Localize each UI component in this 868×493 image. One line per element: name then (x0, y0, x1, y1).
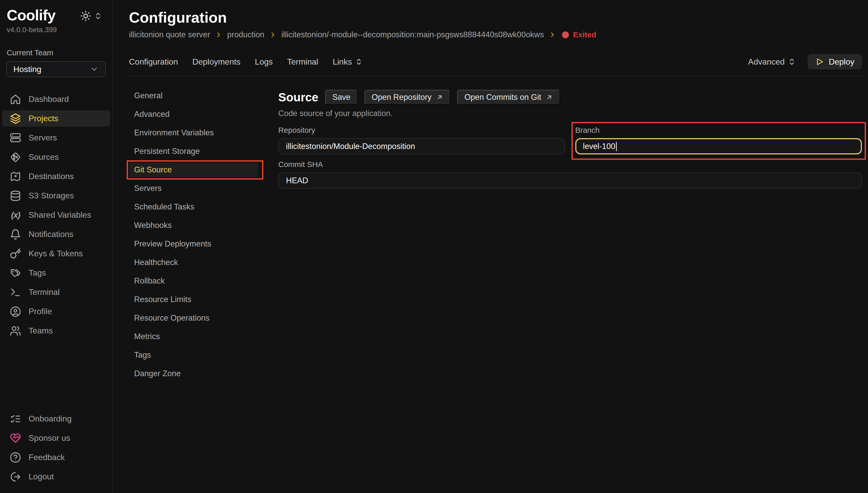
layers-icon (9, 113, 21, 125)
sidebar-item-logout[interactable]: Logout (2, 469, 110, 485)
sidebar-item-dashboard[interactable]: Dashboard (2, 91, 110, 107)
subnav-item-healthcheck[interactable]: Healthcheck (129, 255, 258, 270)
subnav-item-general[interactable]: General (129, 88, 258, 103)
open-repository-button[interactable]: Open Repository (364, 90, 451, 105)
sidebar-item-profile[interactable]: Profile (2, 303, 110, 320)
field-grid: Repository Branch level-100 (278, 126, 862, 154)
chevrons-up-down-icon (788, 58, 796, 66)
sidebar-item-label: Keys & Tokens (28, 249, 83, 258)
subnav-item-preview-deployments[interactable]: Preview Deployments (129, 236, 258, 251)
sidebar-item-label: Sources (28, 152, 59, 162)
tabs: Configuration Deployments Logs Terminal … (129, 57, 363, 67)
subnav-item-tags[interactable]: Tags (129, 348, 258, 363)
subnav-item-environment-variables[interactable]: Environment Variables (129, 125, 258, 140)
sidebar-item-label: Teams (28, 326, 53, 336)
branch-input[interactable]: level-100 (575, 138, 862, 154)
sidebar: Coolify v4.0.0-beta.399 Current Team Hos… (0, 0, 113, 493)
sidebar-item-s3-storages[interactable]: S3 Storages (2, 188, 110, 204)
sidebar-item-notifications[interactable]: Notifications (2, 226, 110, 242)
breadcrumb-application[interactable]: illicitestonion/-module--decomposition:m… (281, 30, 544, 39)
subnav-item-servers[interactable]: Servers (129, 181, 258, 196)
sidebar-item-label: Destinations (28, 172, 74, 181)
subnav-item-scheduled-tasks[interactable]: Scheduled Tasks (129, 199, 258, 214)
tab-terminal[interactable]: Terminal (287, 57, 318, 67)
commit-sha-input[interactable] (278, 172, 862, 189)
chevron-right-icon (215, 31, 223, 39)
app-version: v4.0.0-beta.399 (7, 26, 57, 34)
subnav-item-metrics[interactable]: Metrics (129, 329, 258, 344)
sidebar-item-label: Shared Variables (28, 210, 91, 220)
sidebar-item-destinations[interactable]: Destinations (2, 168, 110, 185)
sidebar-item-sources[interactable]: Sources (2, 149, 110, 165)
tab-deployments[interactable]: Deployments (192, 57, 240, 67)
app-logo: Coolify (7, 8, 57, 23)
sidebar-item-projects[interactable]: Projects (2, 110, 110, 127)
team-select[interactable]: Hosting (6, 61, 106, 77)
subnav-item-webhooks[interactable]: Webhooks (129, 218, 258, 233)
list-checks-icon (9, 413, 21, 425)
sidebar-item-feedback[interactable]: Feedback (2, 449, 110, 466)
configuration-content: General Advanced Environment Variables P… (129, 88, 862, 493)
user-circle-icon (9, 306, 21, 318)
breadcrumb-project[interactable]: illicitonion quote server (129, 30, 210, 39)
play-icon (815, 57, 824, 66)
subnav-item-resource-limits[interactable]: Resource Limits (129, 292, 258, 307)
sidebar-item-teams[interactable]: Teams (2, 323, 110, 339)
tab-links[interactable]: Links (333, 57, 363, 67)
tab-configuration[interactable]: Configuration (129, 57, 178, 67)
subnav-item-persistent-storage[interactable]: Persistent Storage (129, 144, 258, 159)
page-title: Configuration (129, 9, 862, 26)
save-button[interactable]: Save (325, 90, 358, 105)
team-select-value: Hosting (14, 65, 41, 74)
sidebar-item-label: Sponsor us (28, 433, 70, 443)
deploy-button[interactable]: Deploy (808, 54, 862, 69)
open-commits-button[interactable]: Open Commits on Git (457, 90, 560, 105)
subnav-item-advanced[interactable]: Advanced (129, 107, 258, 122)
tab-logs[interactable]: Logs (255, 57, 273, 67)
commit-sha-field: Commit SHA (278, 160, 862, 189)
sidebar-item-servers[interactable]: Servers (2, 130, 110, 146)
bell-icon (9, 229, 21, 240)
open-repository-label: Open Repository (372, 93, 432, 102)
sidebar-item-terminal[interactable]: Terminal (2, 284, 110, 300)
theme-toggle[interactable] (80, 10, 102, 22)
advanced-menu[interactable]: Advanced (748, 57, 796, 67)
main-content: Configuration illicitonion quote server … (113, 0, 868, 493)
breadcrumb: illicitonion quote server production ill… (129, 30, 862, 39)
status-dot-icon (562, 31, 569, 38)
repository-input[interactable] (278, 138, 565, 154)
sidebar-item-label: Onboarding (28, 414, 71, 424)
heart-handshake-icon (9, 432, 21, 444)
git-source-form: Source Save Open Repository Open Commits… (278, 88, 862, 493)
section-title: Source (278, 90, 318, 104)
sidebar-item-tags[interactable]: Tags (2, 265, 110, 281)
sidebar-item-onboarding[interactable]: Onboarding (2, 411, 110, 427)
tabs-row: Configuration Deployments Logs Terminal … (129, 54, 862, 77)
sidebar-footer: Onboarding Sponsor us Feedback Logout (0, 411, 112, 493)
repository-field: Repository (278, 126, 565, 154)
subnav-item-danger-zone[interactable]: Danger Zone (129, 366, 258, 381)
subnav-item-rollback[interactable]: Rollback (129, 274, 258, 288)
chevron-right-icon (269, 31, 277, 39)
sidebar-item-sponsor-us[interactable]: Sponsor us (2, 430, 110, 446)
sidebar-item-keys-tokens[interactable]: Keys & Tokens (2, 245, 110, 262)
status-label: Exited (573, 30, 596, 39)
git-source-icon (9, 151, 21, 163)
logo-row: Coolify v4.0.0-beta.399 (0, 0, 112, 34)
sun-icon (80, 10, 91, 22)
tab-links-label: Links (333, 57, 352, 67)
subnav-item-git-source[interactable]: Git Source (129, 163, 258, 177)
config-subnav: General Advanced Environment Variables P… (129, 88, 266, 493)
breadcrumb-environment[interactable]: production (227, 30, 264, 39)
arrow-up-right-icon (436, 94, 443, 101)
sidebar-item-label: Projects (28, 114, 59, 123)
sidebar-item-label: Dashboard (28, 94, 69, 104)
subnav-item-resource-operations[interactable]: Resource Operations (129, 310, 258, 325)
sidebar-nav: Dashboard Projects Servers Sources Desti… (0, 91, 112, 342)
repository-label: Repository (278, 126, 565, 134)
users-icon (9, 325, 21, 337)
sidebar-item-shared-variables[interactable]: (x) Shared Variables (2, 207, 110, 223)
home-icon (9, 93, 21, 105)
logo-block: Coolify v4.0.0-beta.399 (7, 8, 57, 34)
status-badge: Exited (562, 30, 596, 39)
